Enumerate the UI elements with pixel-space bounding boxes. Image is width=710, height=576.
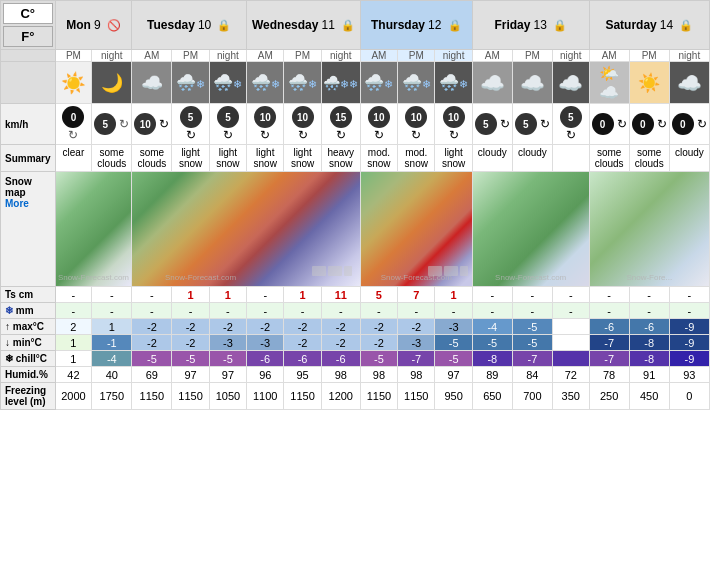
unit-fahrenheit[interactable]: F° xyxy=(3,26,53,47)
thu-chill-night: -5 xyxy=(435,351,472,367)
sat-wind-am: 0 ↻ xyxy=(589,104,629,145)
sat-max-pm: -6 xyxy=(629,319,669,335)
sat-smm-night: - xyxy=(669,303,709,319)
tue-min-night: -3 xyxy=(209,335,246,351)
fri-chill-pm: -7 xyxy=(512,351,552,367)
wed-chill-pm: -6 xyxy=(284,351,321,367)
tue-min-pm: -2 xyxy=(172,335,209,351)
thu-summary-pm: mod. snow xyxy=(398,145,435,172)
sat-wind-night: 0 ↻ xyxy=(669,104,709,145)
fri-chill-night xyxy=(552,351,589,367)
map-label-text: Snow map xyxy=(5,176,51,198)
icon-row: ☀️ 🌙 ☁️ 🌨️❄ 🌨️❄ 🌨️❄ 🌨️❄ 🌨️❄❄ 🌨️❄ 🌨️❄ 🌨️❄… xyxy=(1,62,710,104)
sat-ts-am: - xyxy=(589,287,629,303)
fri-freeze-pm: 700 xyxy=(512,383,552,410)
sat-humid-pm: 91 xyxy=(629,367,669,383)
thu-humid-night: 97 xyxy=(435,367,472,383)
wed-summary-night: heavy snow xyxy=(321,145,360,172)
fri-min-am: -5 xyxy=(472,335,512,351)
thu-min-pm: -3 xyxy=(398,335,435,351)
unit-celsius[interactable]: C° xyxy=(3,3,53,24)
wed-icon-night: 🌨️❄❄ xyxy=(321,62,360,104)
tue-max-am: -2 xyxy=(132,319,172,335)
sat-freeze-pm: 450 xyxy=(629,383,669,410)
ts-label: Ts cm xyxy=(1,287,56,303)
tue-wind-am: 10 ↻ xyxy=(132,104,172,145)
tue-wind-pm: 5 ↻ xyxy=(172,104,209,145)
tue-chill-am: -5 xyxy=(132,351,172,367)
sat-summary-pm: some clouds xyxy=(629,145,669,172)
thu-icon-pm: 🌨️❄ xyxy=(398,62,435,104)
sat-humid-am: 78 xyxy=(589,367,629,383)
header-wed: Wednesday 11 🔒 xyxy=(247,1,361,50)
thu-icon-night: 🌨️❄ xyxy=(435,62,472,104)
period-label xyxy=(1,50,56,62)
wed-max-night: -2 xyxy=(321,319,360,335)
ts-row: Ts cm - - - 1 1 - 1 11 5 7 1 - - - - - - xyxy=(1,287,710,303)
tue-humid-night: 97 xyxy=(209,367,246,383)
sat-map: Snow-Fore... xyxy=(589,172,709,287)
wed-chill-am: -6 xyxy=(247,351,284,367)
sat-chill-pm: -8 xyxy=(629,351,669,367)
fri-summary-pm: cloudy xyxy=(512,145,552,172)
mon-wind-night: 5 ↻ xyxy=(92,104,132,145)
wed-ts-night: 11 xyxy=(321,287,360,303)
map-row: Snow map More Snow-Forecast.com Snow-For… xyxy=(1,172,710,287)
wed-wind-pm: 10 ↻ xyxy=(284,104,321,145)
thu-night: night xyxy=(435,50,472,62)
fri-pm: PM xyxy=(512,50,552,62)
mon-ts-night: - xyxy=(92,287,132,303)
fri-wind-pm: 5 ↻ xyxy=(512,104,552,145)
fri-freeze-am: 650 xyxy=(472,383,512,410)
thu-freeze-am: 1150 xyxy=(360,383,397,410)
mon-night: night xyxy=(92,50,132,62)
fri-ts-pm: - xyxy=(512,287,552,303)
tue-humid-am: 69 xyxy=(132,367,172,383)
thu-smm-night: - xyxy=(435,303,472,319)
wed-num: 11 xyxy=(321,18,334,32)
wed-smm-night: - xyxy=(321,303,360,319)
wed-freeze-pm: 1150 xyxy=(284,383,321,410)
mon-summary-night: some clouds xyxy=(92,145,132,172)
sat-icon-night: ☁️ xyxy=(669,62,709,104)
humid-label: Humid.% xyxy=(1,367,56,383)
freeze-label: Freezing level (m) xyxy=(1,383,56,410)
fri-name: Friday xyxy=(494,18,530,32)
wed-lock: 🔒 xyxy=(341,19,355,31)
wind-label: km/h xyxy=(1,104,56,145)
fri-humid-pm: 84 xyxy=(512,367,552,383)
snow-mm-row: ❄ mm - - - - - - - - - - - - - - - - - xyxy=(1,303,710,319)
thu-max-am: -2 xyxy=(360,319,397,335)
wed-freeze-am: 1100 xyxy=(247,383,284,410)
fri-icon-am: ☁️ xyxy=(472,62,512,104)
fri-wind-night: 5 ↻ xyxy=(552,104,589,145)
svg-rect-4 xyxy=(444,266,458,276)
tue-chill-night: -5 xyxy=(209,351,246,367)
thu-max-pm: -2 xyxy=(398,319,435,335)
fri-smm-night: - xyxy=(552,303,589,319)
fri-lock: 🔒 xyxy=(553,19,567,31)
thu-chill-pm: -7 xyxy=(398,351,435,367)
svg-rect-2 xyxy=(344,266,352,276)
thu-summary-am: mod. snow xyxy=(360,145,397,172)
thu-freeze-pm: 1150 xyxy=(398,383,435,410)
sat-humid-night: 93 xyxy=(669,367,709,383)
fri-chill-am: -8 xyxy=(472,351,512,367)
sat-chill-am: -7 xyxy=(589,351,629,367)
thu-ts-am: 5 xyxy=(360,287,397,303)
wed-pm: PM xyxy=(284,50,321,62)
mon-num: 9 xyxy=(94,18,101,32)
mon-max-night: 1 xyxy=(92,319,132,335)
chill-label: ❄ chill°C xyxy=(1,351,56,367)
thu-wind-pm: 10 ↻ xyxy=(398,104,435,145)
sat-pm: PM xyxy=(629,50,669,62)
fri-map: Snow-Forecast.com xyxy=(472,172,589,287)
freeze-row: Freezing level (m) 2000 1750 1150 1150 1… xyxy=(1,383,710,410)
mon-chill-night: -4 xyxy=(92,351,132,367)
fri-smm-pm: - xyxy=(512,303,552,319)
map-more-link[interactable]: More xyxy=(5,198,29,209)
sat-smm-pm: - xyxy=(629,303,669,319)
tue-am: AM xyxy=(132,50,172,62)
wed-icon-pm: 🌨️❄ xyxy=(284,62,321,104)
unit-toggle-cell[interactable]: C° F° xyxy=(1,1,56,50)
